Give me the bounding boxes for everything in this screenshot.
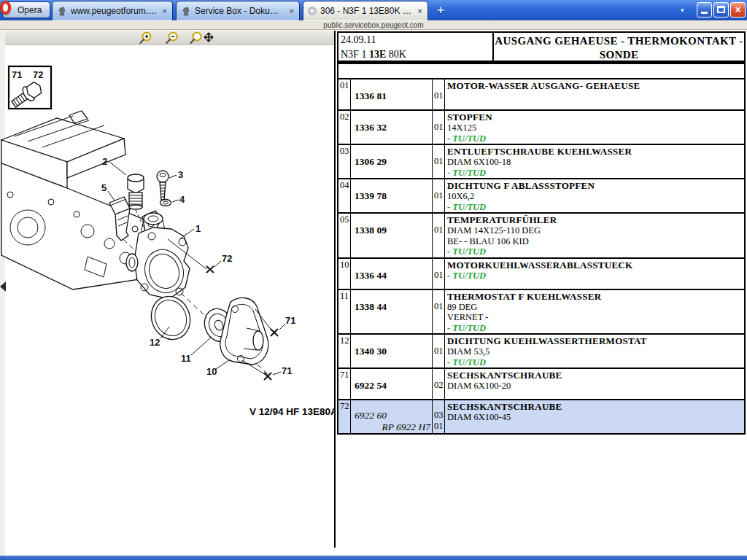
engine-code-tag: - TU/TUD	[447, 357, 744, 368]
maximize-button[interactable]	[713, 2, 729, 18]
part-number: 1338 09	[355, 225, 432, 236]
parts-table-row[interactable]: 041339 7801DICHTUNG F ABLASSSTOPFEN10X6,…	[338, 179, 744, 214]
description-cell: MOTOR-WASSER AUSGANG- GEHAEUSE	[445, 79, 744, 109]
close-window-button[interactable]: ×	[730, 2, 746, 18]
zoom-in-icon[interactable]	[137, 31, 156, 44]
parts-table-rows: 011336 8101MOTOR-WASSER AUSGANG- GEHAEUS…	[337, 79, 746, 435]
tabbar-menu-chevron-icon[interactable]: ▾	[681, 7, 684, 14]
legend-label-71: 71	[12, 69, 22, 80]
description-title: ENTLUEFTSCHRAUBE KUEHLWASSER	[447, 146, 744, 157]
parts-table-row[interactable]: 111338 4401THERMOSTAT F KUEHLWASSER89 DE…	[338, 290, 744, 335]
quantity: 01	[434, 122, 444, 133]
parts-table: 24.09.11 N3F 1 13E 80K AUSGANG GEHAEUSE …	[337, 31, 746, 435]
engine-code-tag: - TU/TUD	[447, 323, 744, 334]
description-title: DICHTUNG F ABLASSSTOPFEN	[447, 180, 744, 191]
quantity-cell: 02	[433, 369, 445, 399]
tab-close-icon[interactable]: ×	[162, 7, 168, 15]
part-number: 1306 29	[355, 156, 432, 168]
callout-4: 4	[179, 194, 185, 205]
outlet-cover-drawing	[220, 298, 268, 365]
quantity: 02	[434, 380, 444, 391]
washer-drawing	[160, 200, 171, 206]
description-title: STOPFEN	[447, 112, 744, 122]
window-bottom-edge	[0, 556, 747, 560]
tab-306-document-active[interactable]: 306 - N3F 1 13E80K - AU... ×	[303, 1, 428, 20]
part-number: 1336 81	[355, 90, 432, 102]
callout-11: 11	[181, 353, 191, 364]
part-number-cell: 1340 30	[351, 335, 433, 368]
parts-table-row[interactable]: 121340 3001DICHTUNG KUEHLWASSERTHERMOSTA…	[338, 335, 744, 369]
parts-table-row[interactable]: 101336 4401MOTORKUEHLWASSERABLASSTUECK- …	[338, 259, 744, 290]
opera-logo-icon	[0, 1, 11, 15]
part-number: 6922 54	[355, 380, 432, 392]
diagram-caption: V 12/94 HF 13E80A	[249, 406, 334, 417]
tab-bar: Opera www.peugeotforum.de •... × Service…	[0, 0, 747, 20]
description-title: SECHSKANTSCHRAUBE	[447, 401, 744, 412]
new-tab-button[interactable]: +	[434, 4, 447, 17]
description-line: DIAM 14X125-110 DEG	[447, 225, 744, 236]
part-number-cell: 1338 44	[351, 290, 433, 334]
part-ref-number: 01	[338, 79, 351, 109]
part-number: 6922 60	[355, 410, 432, 421]
description-line: DIAM 6X100-45	[447, 412, 744, 423]
description-line: DIAM 6X100-18	[447, 157, 744, 168]
part-ref-number: 71	[338, 369, 351, 399]
callout-71a: 71	[285, 315, 295, 326]
part-number-cell: 1338 09	[351, 214, 433, 257]
tab-close-icon[interactable]: ×	[289, 7, 295, 15]
description-title: THERMOSTAT F KUEHLWASSER	[447, 291, 744, 302]
tab-servicebox[interactable]: Service Box - Dokumenta... ×	[176, 1, 300, 20]
part-number-cell: 1336 32	[351, 111, 433, 144]
part-ref-number: 10	[338, 259, 351, 289]
quantity-cell: 01	[433, 79, 445, 109]
description-cell: DICHTUNG KUEHLWASSERTHERMOSTATDIAM 53,5-…	[445, 335, 744, 368]
tab-close-icon[interactable]: ×	[417, 7, 423, 15]
part-ref-number: 11	[338, 290, 351, 334]
address-bar[interactable]: public.servicebox.peugeot.com	[0, 21, 747, 30]
tab-peugeotforum[interactable]: www.peugeotforum.de •... ×	[52, 1, 173, 20]
default-page-icon	[308, 7, 317, 15]
callout-10: 10	[206, 366, 217, 377]
parts-exploded-diagram: 71 72	[0, 45, 334, 556]
parts-table-row[interactable]: 051338 0901TEMPERATURFÜHLERDIAM 14X125-1…	[338, 214, 744, 259]
diagram-toolbar	[5, 31, 334, 45]
quantity-cell: 01	[433, 145, 445, 178]
minimize-button[interactable]	[697, 2, 712, 18]
zoom-out-icon[interactable]	[163, 31, 182, 44]
quantity-cell: 01	[433, 214, 445, 257]
bleed-screw-drawing	[157, 171, 169, 200]
parts-table-row[interactable]: 716922 5402SECHSKANTSCHRAUBEDIAM 6X100-2…	[338, 369, 744, 400]
parts-table-row[interactable]: 021336 3201STOPFEN14X125- TU/TUD	[338, 111, 744, 145]
quantity: 01	[434, 346, 444, 357]
part-number-cell: 1336 81	[351, 79, 433, 109]
quantity: 01	[434, 301, 444, 312]
part-number: 1338 44	[355, 301, 432, 313]
zoom-pan-icon[interactable]	[190, 31, 216, 44]
maximize-icon	[717, 6, 725, 13]
description-line: DIAM 53,5	[447, 346, 744, 357]
part-number-cell: 1336 44	[351, 259, 433, 289]
browser-window: Opera www.peugeotforum.de •... × Service…	[0, 0, 747, 560]
callout-2: 2	[102, 156, 107, 167]
header-date: 24.09.11	[341, 33, 490, 47]
part-ref-number: 72	[338, 400, 351, 433]
callout-5: 5	[101, 182, 107, 193]
quantity-cell: 01	[433, 290, 445, 334]
pane-divider	[334, 31, 336, 548]
plug-part-drawing	[128, 174, 144, 209]
opera-menu-label: Opera	[18, 5, 42, 15]
quantity-cell: 01	[433, 111, 445, 144]
parts-table-row[interactable]: 031306 2901ENTLUEFTSCHRAUBE KUEHLWASSERD…	[338, 145, 744, 179]
tab-title: www.peugeotforum.de •...	[71, 6, 158, 16]
parts-table-empty-band	[337, 62, 746, 79]
parts-table-header: 24.09.11 N3F 1 13E 80K AUSGANG GEHAEUSE …	[337, 31, 746, 62]
quantity: 01	[434, 90, 444, 101]
page-content: 71 72	[0, 31, 747, 556]
minimize-icon	[701, 12, 708, 14]
part-number: 1339 78	[355, 190, 432, 202]
callout-12: 12	[150, 337, 160, 348]
parts-table-row[interactable]: 726922 60RP 6922 H70301SECHSKANTSCHRAUBE…	[338, 400, 744, 433]
opera-menu-button[interactable]: Opera	[2, 1, 50, 18]
parts-table-row[interactable]: 011336 8101MOTOR-WASSER AUSGANG- GEHAEUS…	[338, 79, 744, 111]
bolt-72-x-marker	[206, 266, 214, 273]
